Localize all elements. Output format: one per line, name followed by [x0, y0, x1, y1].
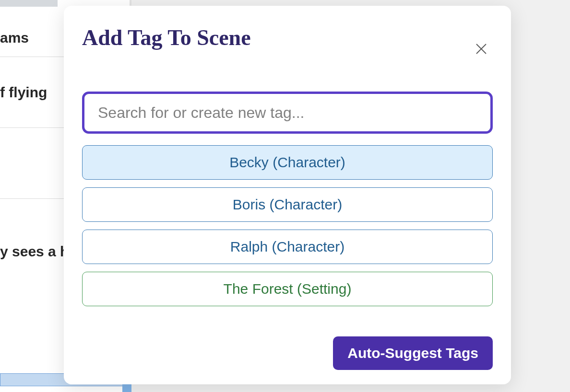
auto-suggest-button[interactable]: Auto-Suggest Tags — [333, 336, 493, 370]
tag-option[interactable]: The Forest (Setting) — [82, 272, 493, 306]
close-icon — [474, 42, 488, 56]
tag-option[interactable]: Ralph (Character) — [82, 230, 493, 264]
tag-option[interactable]: Becky (Character) — [82, 145, 493, 180]
add-tag-modal: Add Tag To Scene Becky (Character) Boris… — [64, 6, 511, 384]
bg-grey-strip — [0, 0, 58, 7]
tag-search-input[interactable] — [82, 92, 493, 134]
search-wrap — [82, 92, 493, 134]
tag-option[interactable]: Boris (Character) — [82, 187, 493, 222]
close-button[interactable] — [471, 38, 492, 59]
modal-title: Add Tag To Scene — [82, 25, 493, 50]
tag-suggestion-list: Becky (Character) Boris (Character) Ralp… — [82, 145, 493, 306]
modal-footer: Auto-Suggest Tags — [333, 336, 493, 370]
